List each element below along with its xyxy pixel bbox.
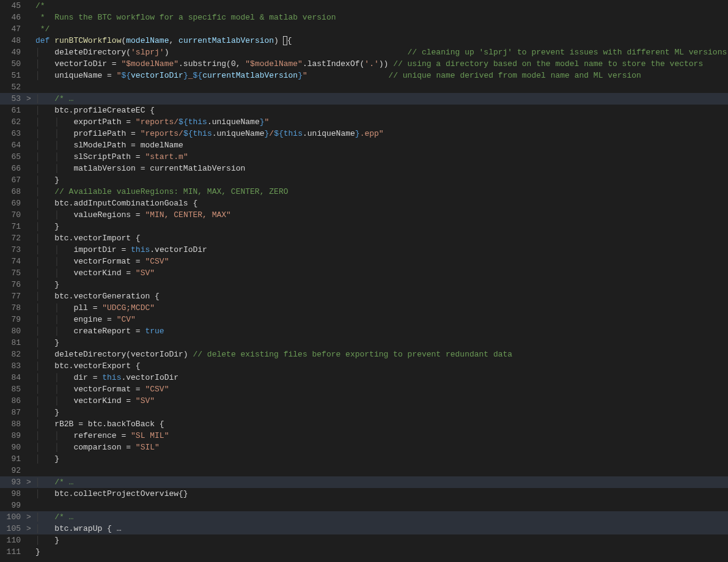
code-content[interactable]: │ │ vectorFormat = "CSV" (34, 256, 169, 267)
code-content[interactable]: │ } (34, 453, 59, 465)
code-line[interactable]: 52 (0, 81, 728, 93)
code-line[interactable]: 99 (0, 500, 728, 511)
code-line[interactable]: 91│ } (0, 453, 728, 465)
code-content[interactable]: │ } (34, 174, 59, 186)
code-line[interactable]: 90│ │ comparison = "SIL" (0, 442, 728, 453)
code-line[interactable]: 89│ │ reference = "SL MIL" (0, 430, 728, 442)
code-line[interactable]: 80│ │ createReport = true (0, 325, 728, 337)
code-line[interactable]: 68│ // Available valueRegions: MIN, MAX,… (0, 186, 728, 198)
code-line[interactable]: 66│ │ matlabVersion = currentMatlabVersi… (0, 163, 728, 174)
fold-collapsed-icon[interactable]: > (23, 511, 34, 523)
code-line[interactable]: 72│ btc.vectorImport { (0, 232, 728, 244)
code-line[interactable]: 85│ │ vectorFormat = "CSV" (0, 383, 728, 395)
code-line[interactable]: 73│ │ importDir = this.vectorIoDir (0, 244, 728, 256)
code-line[interactable]: 93>│ /* … (0, 476, 728, 488)
code-content[interactable]: │ } (34, 221, 59, 232)
code-content[interactable]: │ btc.vectorGeneration { (34, 290, 160, 302)
fold-collapsed-icon[interactable]: > (23, 93, 34, 105)
fold-collapsed-icon[interactable]: > (23, 476, 34, 488)
code-content[interactable]: │ } (34, 279, 59, 290)
code-line[interactable]: 62│ │ exportPath = "reports/${this.uniqu… (0, 116, 728, 128)
code-content[interactable]: │ │ vectorFormat = "CSV" (34, 383, 169, 395)
code-content[interactable]: │ /* … (34, 511, 73, 523)
code-content[interactable]: def runBTCWorkflow(modelName, currentMat… (34, 35, 292, 46)
code-line[interactable]: 76│ } (0, 279, 728, 290)
code-content[interactable]: │ } (34, 337, 59, 349)
code-content[interactable]: │ deleteDirectory(vectorIoDir) // delete… (34, 349, 512, 360)
code-line[interactable]: 87│ } (0, 407, 728, 418)
code-content[interactable]: │ deleteDirectory('slprj') // cleaning u… (34, 46, 727, 58)
code-line[interactable]: 71│ } (0, 221, 728, 232)
code-content[interactable]: │ /* … (34, 93, 73, 105)
code-line[interactable]: 49│ deleteDirectory('slprj') // cleaning… (0, 46, 728, 58)
code-content[interactable]: │ │ valueRegions = "MIN, CENTER, MAX" (34, 209, 231, 221)
code-line[interactable]: 81│ } (0, 337, 728, 349)
code-content[interactable]: │ } (34, 534, 59, 546)
fold-collapsed-icon[interactable]: > (23, 523, 34, 534)
code-line[interactable]: 67│ } (0, 174, 728, 186)
code-line[interactable]: 86│ │ vectorKind = "SV" (0, 395, 728, 407)
code-line[interactable]: 69│ btc.addInputCombinationGoals { (0, 198, 728, 209)
code-content[interactable]: │ │ slModelPath = modelName (34, 139, 183, 151)
code-content[interactable]: │ vectorIoDir = "$modelName".substring(0… (34, 58, 703, 70)
code-content[interactable]: │ btc.wrapUp { … (34, 523, 121, 534)
code-editor[interactable]: 45/*46 * Runs the BTC workflow for a spe… (0, 0, 728, 558)
code-line[interactable]: 46 * Runs the BTC workflow for a specifi… (0, 12, 728, 23)
code-content[interactable]: │ │ exportPath = "reports/${this.uniqueN… (34, 116, 269, 128)
code-content[interactable] (34, 465, 40, 476)
code-content[interactable]: │ } (34, 407, 59, 418)
code-content[interactable]: /* (34, 0, 45, 12)
code-content[interactable]: │ │ pll = "UDCG;MCDC" (34, 302, 155, 314)
code-content[interactable]: │ uniqueName = "${vectorIoDir}_${current… (34, 70, 641, 81)
code-line[interactable]: 83│ btc.vectorExport { (0, 360, 728, 372)
code-line[interactable]: 47 */ (0, 23, 728, 35)
code-content[interactable]: │ │ profilePath = "reports/${this.unique… (34, 128, 384, 139)
code-line[interactable]: 75│ │ vectorKind = "SV" (0, 267, 728, 279)
code-content[interactable]: │ btc.addInputCombinationGoals { (34, 198, 197, 209)
code-content[interactable]: │ │ vectorKind = "SV" (34, 267, 155, 279)
code-line[interactable]: 64│ │ slModelPath = modelName (0, 139, 728, 151)
code-content[interactable]: │ │ createReport = true (34, 325, 164, 337)
code-line[interactable]: 63│ │ profilePath = "reports/${this.uniq… (0, 128, 728, 139)
code-content[interactable]: } (34, 546, 40, 558)
code-line[interactable]: 74│ │ vectorFormat = "CSV" (0, 256, 728, 267)
code-content[interactable] (34, 81, 40, 93)
code-line[interactable]: 65│ │ slScriptPath = "start.m" (0, 151, 728, 163)
code-content[interactable]: │ │ engine = "CV" (34, 314, 136, 325)
code-content[interactable]: │ /* … (34, 476, 73, 488)
code-content[interactable]: │ │ matlabVersion = currentMatlabVersion (34, 163, 245, 174)
code-content[interactable]: │ btc.vectorExport { (34, 360, 141, 372)
code-content[interactable]: │ btc.vectorImport { (34, 232, 141, 244)
code-line[interactable]: 78│ │ pll = "UDCG;MCDC" (0, 302, 728, 314)
code-content[interactable]: │ │ slScriptPath = "start.m" (34, 151, 188, 163)
code-line[interactable]: 92 (0, 465, 728, 476)
code-line[interactable]: 51│ uniqueName = "${vectorIoDir}_${curre… (0, 70, 728, 81)
code-line[interactable]: 45/* (0, 0, 728, 12)
code-content[interactable]: * Runs the BTC workflow for a specific m… (34, 12, 336, 23)
code-line[interactable]: 111} (0, 546, 728, 558)
code-line[interactable]: 110│ } (0, 534, 728, 546)
code-line[interactable]: 79│ │ engine = "CV" (0, 314, 728, 325)
code-content[interactable]: │ btc.collectProjectOverview{} (34, 488, 188, 500)
code-content[interactable]: │ │ comparison = "SIL" (34, 442, 160, 453)
code-line[interactable]: 70│ │ valueRegions = "MIN, CENTER, MAX" (0, 209, 728, 221)
code-content[interactable]: │ │ vectorKind = "SV" (34, 395, 155, 407)
code-content[interactable]: │ │ reference = "SL MIL" (34, 430, 169, 442)
code-line[interactable]: 50│ vectorIoDir = "$modelName".substring… (0, 58, 728, 70)
code-line[interactable]: 88│ rB2B = btc.backToBack { (0, 418, 728, 430)
code-line[interactable]: 82│ deleteDirectory(vectorIoDir) // dele… (0, 349, 728, 360)
code-line[interactable]: 61│ btc.profileCreateEC { (0, 105, 728, 116)
code-content[interactable]: */ (34, 23, 50, 35)
code-content[interactable]: │ // Available valueRegions: MIN, MAX, C… (34, 186, 288, 198)
code-content[interactable]: │ │ importDir = this.vectorIoDir (34, 244, 207, 256)
code-line[interactable]: 77│ btc.vectorGeneration { (0, 290, 728, 302)
code-content[interactable]: │ rB2B = btc.backToBack { (34, 418, 164, 430)
code-content[interactable]: │ │ dir = this.vectorIoDir (34, 372, 178, 383)
code-line[interactable]: 48def runBTCWorkflow(modelName, currentM… (0, 35, 728, 46)
code-line[interactable]: 100>│ /* … (0, 511, 728, 523)
code-line[interactable]: 84│ │ dir = this.vectorIoDir (0, 372, 728, 383)
code-line[interactable]: 53>│ /* … (0, 93, 728, 105)
code-content[interactable] (34, 500, 40, 511)
code-line[interactable]: 105>│ btc.wrapUp { … (0, 523, 728, 534)
code-line[interactable]: 98│ btc.collectProjectOverview{} (0, 488, 728, 500)
